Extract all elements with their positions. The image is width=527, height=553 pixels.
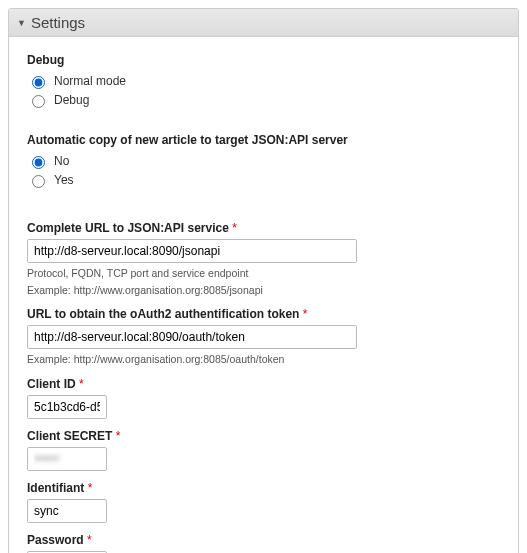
debug-heading: Debug — [27, 53, 500, 67]
client-id-label: Client ID * — [27, 377, 500, 391]
required-mark: * — [88, 481, 93, 495]
required-mark: * — [87, 533, 92, 547]
password-label: Password * — [27, 533, 500, 547]
url-oauth-desc: Example: http://www.organisation.org:808… — [27, 352, 500, 366]
client-secret-input[interactable] — [27, 447, 107, 471]
autocopy-option-yes[interactable]: Yes — [27, 172, 500, 188]
autocopy-radio-no[interactable] — [32, 156, 45, 169]
url-api-label: Complete URL to JSON:API service * — [27, 221, 500, 235]
url-api-desc2: Example: http://www.organisation.org:808… — [27, 283, 500, 297]
autocopy-radio-yes[interactable] — [32, 175, 45, 188]
autocopy-option-no[interactable]: No — [27, 153, 500, 169]
debug-option-debug[interactable]: Debug — [27, 92, 500, 108]
debug-option-debug-label: Debug — [54, 93, 89, 107]
required-mark: * — [79, 377, 84, 391]
debug-radio-debug[interactable] — [32, 95, 45, 108]
settings-panel-body: Debug Normal mode Debug Automatic copy o… — [9, 37, 518, 553]
debug-radio-normal[interactable] — [32, 76, 45, 89]
url-oauth-input[interactable] — [27, 325, 357, 349]
autocopy-heading: Automatic copy of new article to target … — [27, 133, 500, 147]
panel-title: Settings — [31, 14, 85, 31]
collapse-icon: ▼ — [17, 18, 26, 28]
autocopy-option-no-label: No — [54, 154, 69, 168]
url-oauth-label: URL to obtain the oAuth2 authentificatio… — [27, 307, 500, 321]
url-api-input[interactable] — [27, 239, 357, 263]
client-id-input[interactable] — [27, 395, 107, 419]
debug-option-normal-label: Normal mode — [54, 74, 126, 88]
autocopy-option-yes-label: Yes — [54, 173, 74, 187]
required-mark: * — [303, 307, 308, 321]
client-secret-label: Client SECRET * — [27, 429, 500, 443]
url-api-desc1: Protocol, FQDN, TCP port and service end… — [27, 266, 500, 280]
required-mark: * — [232, 221, 237, 235]
debug-option-normal[interactable]: Normal mode — [27, 73, 500, 89]
settings-panel: ▼ Settings Debug Normal mode Debug Autom… — [8, 8, 519, 553]
settings-panel-header[interactable]: ▼ Settings — [9, 9, 518, 37]
required-mark: * — [116, 429, 121, 443]
identifiant-label: Identifiant * — [27, 481, 500, 495]
identifiant-input[interactable] — [27, 499, 107, 523]
